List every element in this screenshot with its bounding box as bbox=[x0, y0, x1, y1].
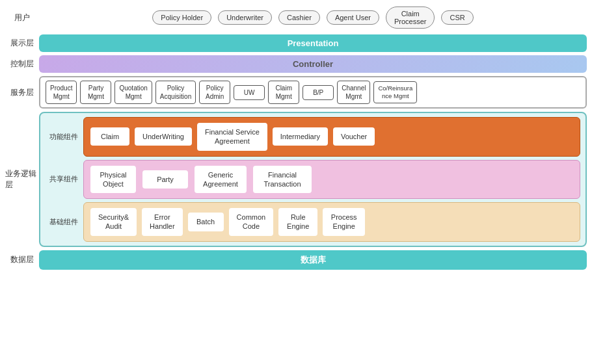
user-pill-policyholder: Policy Holder bbox=[152, 10, 211, 25]
service-coreinsurance-mgmt: Co/Reinsurance Mgmt bbox=[373, 81, 417, 104]
shared-physical-object: PhysicalObject bbox=[90, 166, 136, 194]
func-financial-service-agreement: Financial ServiceAgreement bbox=[197, 123, 267, 151]
presentation-bar: Presentation bbox=[39, 34, 587, 52]
user-pill-agentuser: Agent User bbox=[327, 10, 379, 25]
service-policy-admin: PolicyAdmin bbox=[199, 81, 230, 104]
shared-party: Party bbox=[142, 170, 188, 188]
user-pill-underwriter: Underwriter bbox=[218, 10, 272, 25]
service-label: 服务层 bbox=[5, 87, 39, 98]
service-policy-acquisition: PolicyAcquisition bbox=[155, 81, 196, 104]
service-uw: UW bbox=[234, 85, 265, 100]
base-security-audit: Security&Audit bbox=[90, 208, 137, 236]
service-claim-mgmt: ClaimMgmt bbox=[268, 81, 299, 104]
service-product-mgmt: ProductMgmt bbox=[46, 81, 77, 104]
shared-label: 共享组件 bbox=[46, 174, 78, 184]
func-label: 功能组件 bbox=[46, 132, 78, 142]
shared-generic-agreement: GenericAgreement bbox=[195, 166, 247, 194]
controller-label: 控制层 bbox=[5, 58, 39, 70]
func-voucher: Voucher bbox=[333, 127, 375, 146]
shared-financial-transaction: FinancialTransaction bbox=[253, 166, 312, 194]
base-error-handler: ErrorHandler bbox=[142, 208, 183, 236]
service-channel-mgmt: ChannelMgmt bbox=[337, 81, 370, 104]
base-rule-engine: RuleEngine bbox=[278, 208, 317, 236]
user-pill-csr: CSR bbox=[441, 10, 473, 25]
architecture-diagram: 用户 Policy Holder Underwriter Cashier Age… bbox=[0, 0, 592, 364]
func-underwriting: UnderWriting bbox=[135, 127, 192, 146]
users-label: 用户 bbox=[5, 12, 39, 23]
service-party-mgmt: PartyMgmt bbox=[80, 81, 111, 104]
func-claim: Claim bbox=[90, 127, 129, 146]
base-label: 基础组件 bbox=[46, 217, 78, 227]
user-pill-cashier: Cashier bbox=[278, 10, 320, 25]
data-label: 数据层 bbox=[5, 254, 39, 265]
presentation-label: 展示层 bbox=[5, 38, 39, 49]
database-bar: 数据库 bbox=[39, 250, 587, 270]
service-quotation-mgmt: QuotationMgmt bbox=[114, 81, 152, 104]
service-bp: B/P bbox=[303, 85, 334, 100]
func-intermediary: Intermediary bbox=[273, 127, 328, 146]
service-bar: ProductMgmt PartyMgmt QuotationMgmt Poli… bbox=[39, 76, 587, 109]
base-process-engine: ProcessEngine bbox=[323, 208, 365, 236]
user-pill-claimprocesser: ClaimProcesser bbox=[386, 6, 435, 29]
controller-bar: Controller bbox=[39, 55, 587, 73]
biz-label: 业务逻辑层 bbox=[5, 168, 39, 190]
base-batch: Batch bbox=[188, 213, 224, 231]
base-common-code: CommonCode bbox=[229, 208, 274, 236]
